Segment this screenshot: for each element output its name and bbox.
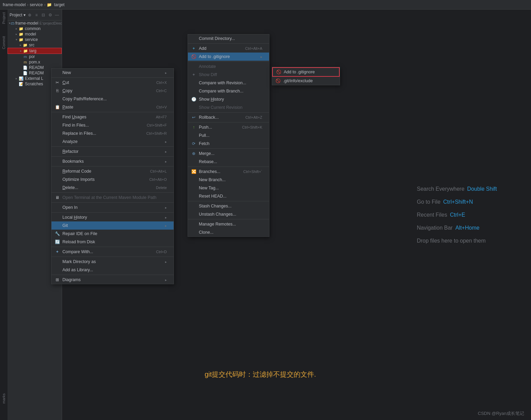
toolbar-icon-minimize[interactable]: — <box>54 12 60 18</box>
git-menu-branches[interactable]: 🔀 Branches... Ctrl+Shift+` <box>188 168 269 176</box>
gitignore-menu-exclude[interactable]: 🚫 .git/info/exclude <box>272 77 340 85</box>
git-menu-commit-dir[interactable]: Commit Directory... <box>188 34 269 43</box>
scratches-icon: 📝 <box>18 82 24 86</box>
tree-item-service[interactable]: ▾ 📁 service <box>8 37 62 42</box>
tree-item-src[interactable]: ▸ 📁 src <box>8 42 62 48</box>
folder-icon-service: 📁 <box>18 38 24 42</box>
git-menu-push[interactable]: ↑ Push... Ctrl+Shift+K <box>188 123 269 131</box>
git-menu-annotate[interactable]: Annotate <box>188 62 269 71</box>
tree-label-target: targ <box>29 48 36 53</box>
git-menu-new-tag[interactable]: New Tag... <box>188 184 269 192</box>
git-menu-unstash[interactable]: Unstash Changes... <box>188 210 269 218</box>
show-current-rev-icon <box>191 104 197 111</box>
menu-item-reformat[interactable]: Reformat Code Ctrl+Alt+L <box>51 167 174 175</box>
menu-item-analyze[interactable]: Analyze ▸ <box>51 137 174 146</box>
git-arrow-icon: ▸ <box>165 224 167 228</box>
unstash-icon <box>191 211 197 217</box>
sep-2 <box>51 112 174 112</box>
toolbar-icon-expand[interactable]: ⊟ <box>41 12 46 18</box>
menu-item-open-terminal[interactable]: 🖥 Open Terminal at the Current Maven Mod… <box>51 193 174 202</box>
fetch-icon: ⟳ <box>191 141 197 147</box>
menu-item-open-in[interactable]: Open In ▸ <box>51 203 174 212</box>
project-toolbar: Project ▾ ⊕ ≡ ⊟ ⚙ — <box>8 10 62 20</box>
git-menu-pull[interactable]: Pull... <box>188 131 269 140</box>
git-menu-compare-revision[interactable]: Compare with Revision... <box>188 79 269 87</box>
menu-item-replace-files[interactable]: Replace in Files... Ctrl+Shift+R <box>51 129 174 137</box>
breadcrumb-item-2[interactable]: service <box>30 2 43 7</box>
tab-project[interactable]: Project <box>1 10 6 27</box>
git-menu-fetch[interactable]: ⟳ Fetch <box>188 140 269 148</box>
git-label-clone: Clone... <box>199 230 262 235</box>
branches-icon: 🔀 <box>191 169 197 175</box>
git-menu-rebase[interactable]: Rebase... <box>188 158 269 166</box>
shortcut-navbar-label: Navigation Bar <box>417 225 453 231</box>
menu-item-refactor[interactable]: Refactor ▸ <box>51 147 174 156</box>
git-menu-manage-remotes[interactable]: Manage Remotes... <box>188 220 269 228</box>
tab-marks[interactable]: marks <box>1 391 6 406</box>
tab-commit[interactable]: Commit <box>1 33 6 52</box>
menu-item-delete[interactable]: Delete... Delete <box>51 184 174 192</box>
tree-item-por[interactable]: m por <box>8 54 62 59</box>
menu-item-reload[interactable]: 🔄 Reload from Disk <box>51 238 174 246</box>
git-menu-show-history[interactable]: 🕐 Show History <box>188 95 269 103</box>
sep-5 <box>51 166 174 166</box>
menu-item-compare[interactable]: ✦ Compare With... Ctrl+D <box>51 248 174 256</box>
menu-item-optimize[interactable]: Optimize Imports Ctrl+Alt+O <box>51 175 174 184</box>
menu-item-git[interactable]: Git ▸ <box>51 221 174 230</box>
menu-item-mark-dir[interactable]: Mark Directory as ▸ <box>51 258 174 266</box>
pull-icon <box>191 132 197 139</box>
sep-1 <box>51 77 174 78</box>
tree-item-target[interactable]: ▸ 📁 targ <box>8 48 62 54</box>
menu-item-repair[interactable]: 🔧 Repair IDE on File <box>51 230 174 238</box>
toolbar-icon-settings[interactable]: ⚙ <box>47 12 53 18</box>
menu-item-add-library[interactable]: Add as Library... <box>51 266 174 274</box>
sep-9 <box>51 247 174 247</box>
breadcrumb-item-1[interactable]: frame-model <box>3 2 26 7</box>
git-menu-show-diff[interactable]: ✦ Show Diff <box>188 71 269 79</box>
tree-item-frame-model[interactable]: ▾ 🗃 frame-model E:\projectDirectory\fram… <box>8 20 62 26</box>
git-menu-stash[interactable]: Stash Changes... <box>188 202 269 210</box>
git-label-rollback: Rollback... <box>199 115 243 120</box>
menu-item-new[interactable]: New ▸ <box>51 69 174 77</box>
menu-item-find-usages[interactable]: Find Usages Alt+F7 <box>51 113 174 121</box>
gitignore-add-icon: 🚫 <box>276 69 282 75</box>
toolbar-icon-sync[interactable]: ⊕ <box>27 12 32 18</box>
tree-item-common[interactable]: ▸ 📁 common <box>8 26 62 31</box>
tree-item-pomx[interactable]: m pom.x <box>8 59 62 65</box>
git-label-add-gitignore: Add to .gitignore <box>199 54 256 59</box>
menu-item-diagrams[interactable]: ⊞ Diagrams ▸ <box>51 276 174 284</box>
menu-item-copy[interactable]: ⎘ Copy Ctrl+C <box>51 87 174 95</box>
git-menu-reset-head[interactable]: Reset HEAD... <box>188 192 269 200</box>
git-menu-show-current-rev[interactable]: Show Current Revision <box>188 103 269 112</box>
menu-item-copy-path[interactable]: Copy Path/Reference... <box>51 95 174 103</box>
menu-item-paste[interactable]: 📋 Paste Ctrl+V <box>51 103 174 111</box>
git-menu-add-gitignore[interactable]: 🚫 Add to .gitignore ▸ <box>188 53 269 61</box>
menu-label-open-in: Open In <box>62 205 160 210</box>
git-menu-new-branch[interactable]: New Branch... <box>188 176 269 184</box>
toolbar-icon-collapse[interactable]: ≡ <box>34 12 39 18</box>
menu-item-find-files[interactable]: Find in Files... Ctrl+Shift+F <box>51 121 174 129</box>
git-sep-7 <box>188 201 269 201</box>
shortcut-drop: Drop files here to open them <box>417 238 497 244</box>
find-files-icon <box>54 122 60 128</box>
menu-label-reformat: Reformat Code <box>62 169 148 174</box>
breadcrumb-item-3[interactable]: target <box>54 2 64 7</box>
replace-files-shortcut: Ctrl+Shift+R <box>146 131 167 135</box>
gitignore-menu-add[interactable]: 🚫 Add to .gitignore <box>272 67 340 77</box>
git-menu-merge[interactable]: ⊕ Merge... <box>188 149 269 158</box>
tree-label-model: model <box>25 32 36 37</box>
git-menu-clone[interactable]: Clone... <box>188 228 269 236</box>
tree-item-model[interactable]: ▸ 📁 model <box>8 31 62 37</box>
tree-label-por: por <box>29 54 35 59</box>
blog-text: git提交代码时：过滤掉不提交的文件. <box>205 370 316 379</box>
reformat-icon <box>54 168 60 174</box>
menu-item-bookmarks[interactable]: Bookmarks ▸ <box>51 157 174 165</box>
git-label-new-branch: New Branch... <box>199 177 262 182</box>
git-menu-rollback[interactable]: ↩ Rollback... Ctrl+Alt+Z <box>188 113 269 121</box>
menu-item-cut[interactable]: ✂ Cut Ctrl+X <box>51 78 174 87</box>
git-menu-compare-branch[interactable]: Compare with Branch... <box>188 87 269 95</box>
menu-item-local-history[interactable]: Local History ▸ <box>51 213 174 221</box>
git-menu-add[interactable]: + Add Ctrl+Alt+A <box>188 44 269 53</box>
gitignore-label-add: Add to .gitignore <box>284 70 332 74</box>
git-label-reset-head: Reset HEAD... <box>199 194 262 199</box>
